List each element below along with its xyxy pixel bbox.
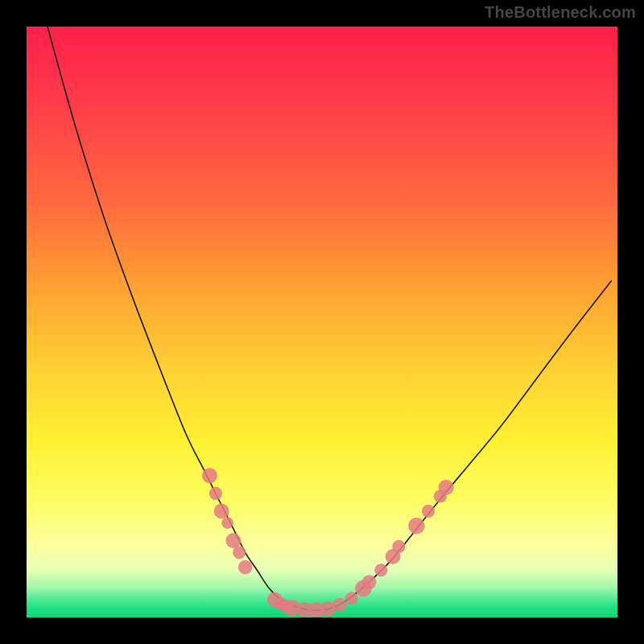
- curve-marker: [238, 560, 253, 575]
- curve-marker: [209, 487, 222, 500]
- curve-marker: [332, 598, 347, 613]
- curve-marker: [233, 546, 246, 559]
- curve-marker: [221, 517, 233, 529]
- curve-marker: [392, 540, 405, 553]
- curve-marker: [422, 505, 435, 518]
- curve-marker: [408, 518, 425, 535]
- curve-marker: [374, 564, 387, 576]
- curve-marker: [202, 468, 217, 483]
- watermark-text: TheBottleneck.com: [485, 3, 636, 22]
- bottleneck-curve: [44, 27, 612, 610]
- curve-marker: [345, 592, 358, 605]
- plot-area: [27, 27, 617, 617]
- curve-svg: [27, 27, 617, 617]
- curve-marker: [362, 575, 377, 589]
- chart-frame: TheBottleneck.com: [0, 0, 644, 644]
- curve-marker: [214, 503, 229, 518]
- curve-marker: [439, 480, 454, 495]
- curve-markers: [202, 468, 454, 617]
